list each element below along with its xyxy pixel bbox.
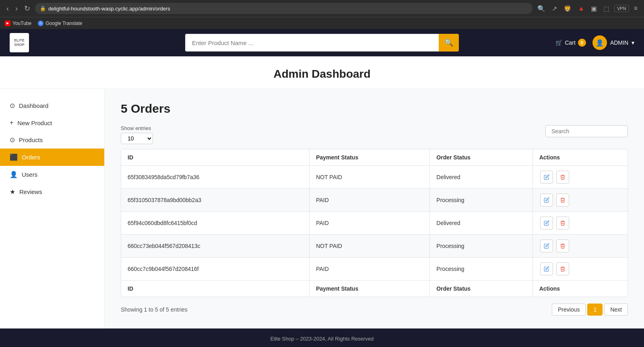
col-footer-id: ID: [121, 281, 310, 297]
sidebar-item-dashboard[interactable]: ⊙ Dashboard: [0, 97, 104, 114]
google-translate-icon: G: [38, 21, 43, 26]
edit-button[interactable]: [540, 217, 553, 229]
order-id-cell: 660cc73eb044f567d208413c: [121, 235, 310, 258]
payment-status-cell: NOT PAID: [310, 235, 430, 258]
entries-select[interactable]: 10 25 50: [121, 133, 153, 144]
app-header: ELITESHOP 🔍 🛒 Cart 0 👤 ADMIN ▾: [0, 29, 644, 56]
table-row: 65f3105037878a9bd00bb2a3PAIDProcessing: [121, 189, 628, 212]
col-header-payment-status: Payment Status: [310, 149, 430, 166]
product-search-input[interactable]: [185, 34, 439, 52]
table-search-input[interactable]: [545, 125, 628, 137]
order-status-cell: Delivered: [430, 212, 533, 235]
menu-btn[interactable]: ≡: [632, 3, 639, 14]
new-product-icon: +: [10, 119, 13, 126]
payment-status-cell: PAID: [310, 189, 430, 212]
dashboard-icon: ⊙: [10, 102, 15, 109]
cart-section[interactable]: 🛒 Cart 0: [555, 39, 586, 47]
content-area: 5 Orders Show entries 10 25 50 ID Paymen…: [105, 89, 644, 328]
table-footer: Showing 1 to 5 of 5 entries Previous 1 N…: [121, 297, 628, 316]
order-status-cell: Processing: [430, 189, 533, 212]
actions-cell: [533, 258, 627, 281]
sidebar-item-users[interactable]: 👤 Users: [0, 166, 104, 183]
app-logo: ELITESHOP: [10, 33, 29, 52]
main-layout: ⊙ Dashboard + New Product ⊙ Products ⬛ O…: [0, 89, 644, 328]
reviews-icon: ★: [10, 188, 15, 196]
previous-button[interactable]: Previous: [552, 304, 586, 316]
bookmark-youtube-label: YouTube: [12, 21, 31, 26]
reader-view-btn[interactable]: ▣: [589, 3, 599, 14]
sidebar-item-products[interactable]: ⊙ Products: [0, 131, 104, 149]
order-status-cell: Processing: [430, 258, 533, 281]
order-status-cell: Processing: [430, 235, 533, 258]
youtube-icon: ▶: [5, 21, 10, 26]
payment-status-cell: PAID: [310, 212, 430, 235]
actions-cell: [533, 189, 627, 212]
edit-button[interactable]: [540, 171, 553, 184]
browser-chrome: ‹ › ↻ 🔒 delightful-houndstooth-wasp.cycl…: [0, 0, 644, 17]
edit-button[interactable]: [540, 194, 553, 207]
search-toolbar-btn[interactable]: 🔍: [536, 3, 547, 14]
table-header-row: ID Payment Status Order Status Actions: [121, 149, 628, 166]
vpn-btn[interactable]: VPN: [614, 5, 629, 12]
lock-icon: 🔒: [40, 6, 46, 11]
edit-button[interactable]: [540, 262, 553, 275]
product-search-button[interactable]: 🔍: [439, 34, 459, 52]
sidebar-btn[interactable]: ⬚: [602, 3, 611, 14]
col-header-id: ID: [121, 149, 310, 166]
sidebar-label-users: Users: [22, 171, 37, 178]
delete-button[interactable]: [556, 217, 569, 229]
back-button[interactable]: ‹: [5, 3, 10, 14]
table-row: 65f30834958da5cd79fb7a36NOT PAIDDelivere…: [121, 166, 628, 189]
header-right: 🛒 Cart 0 👤 ADMIN ▾: [555, 35, 634, 50]
table-controls: Show entries 10 25 50: [121, 125, 628, 144]
address-bar[interactable]: 🔒 delightful-houndstooth-wasp.cyclic.app…: [35, 3, 533, 14]
sidebar: ⊙ Dashboard + New Product ⊙ Products ⬛ O…: [0, 89, 105, 328]
admin-section[interactable]: 👤 ADMIN ▾: [592, 35, 634, 50]
bookmarks-bar: ▶ YouTube G Google Translate: [0, 17, 644, 29]
delete-button[interactable]: [556, 171, 569, 184]
edit-button[interactable]: [540, 240, 553, 252]
delete-button[interactable]: [556, 194, 569, 207]
browser-actions: 🔍 ↗ 🦁 ▲ ▣ ⬚ VPN ≡: [536, 3, 639, 14]
table-footer-row: ID Payment Status Order Status Actions: [121, 281, 628, 297]
bookmark-youtube[interactable]: ▶ YouTube: [5, 21, 31, 26]
pagination: Previous 1 Next: [552, 304, 628, 316]
table-row: 660cc7c9b044f567d208416fPAIDProcessing: [121, 258, 628, 281]
admin-label: ADMIN: [610, 39, 628, 46]
app-footer: Elite Shop – 2023-2024, All Rights Reser…: [0, 328, 644, 347]
sidebar-label-products: Products: [19, 136, 43, 143]
next-button[interactable]: Next: [604, 304, 628, 316]
page-1-button[interactable]: 1: [587, 304, 603, 316]
page-title: Admin Dashboard: [0, 56, 644, 89]
admin-avatar: 👤: [592, 35, 607, 50]
order-id-cell: 65f30834958da5cd79fb7a36: [121, 166, 310, 189]
table-row: 65f94c060dbd8fc6415bf0cdPAIDDelivered: [121, 212, 628, 235]
orders-icon: ⬛: [10, 153, 18, 161]
orders-table: ID Payment Status Order Status Actions 6…: [121, 149, 628, 297]
orders-title: 5 Orders: [121, 102, 628, 116]
brave-rewards-icon[interactable]: ▲: [576, 3, 586, 14]
delete-button[interactable]: [556, 262, 569, 275]
order-id-cell: 65f3105037878a9bd00bb2a3: [121, 189, 310, 212]
sidebar-label-orders: Orders: [22, 154, 40, 161]
sidebar-item-orders[interactable]: ⬛ Orders: [0, 149, 104, 166]
brave-icon[interactable]: 🦁: [562, 3, 573, 14]
url-text: delightful-houndstooth-wasp.cyclic.app/a…: [48, 6, 528, 12]
bookmark-google-translate[interactable]: G Google Translate: [38, 21, 82, 26]
order-id-cell: 65f94c060dbd8fc6415bf0cd: [121, 212, 310, 235]
sidebar-item-new-product[interactable]: + New Product: [0, 114, 104, 131]
actions-cell: [533, 235, 627, 258]
share-btn[interactable]: ↗: [550, 3, 559, 14]
delete-button[interactable]: [556, 240, 569, 252]
bookmark-google-translate-label: Google Translate: [45, 21, 82, 26]
show-entries-label: Show entries: [121, 125, 153, 131]
showing-text: Showing 1 to 5 of 5 entries: [121, 306, 188, 313]
payment-status-cell: NOT PAID: [310, 166, 430, 189]
forward-button[interactable]: ›: [14, 3, 19, 14]
reload-button[interactable]: ↻: [23, 3, 32, 14]
sidebar-item-reviews[interactable]: ★ Reviews: [0, 183, 104, 200]
products-icon: ⊙: [10, 136, 15, 144]
col-header-actions: Actions: [533, 149, 627, 166]
sidebar-label-dashboard: Dashboard: [19, 102, 48, 109]
search-button-icon: 🔍: [444, 38, 453, 47]
